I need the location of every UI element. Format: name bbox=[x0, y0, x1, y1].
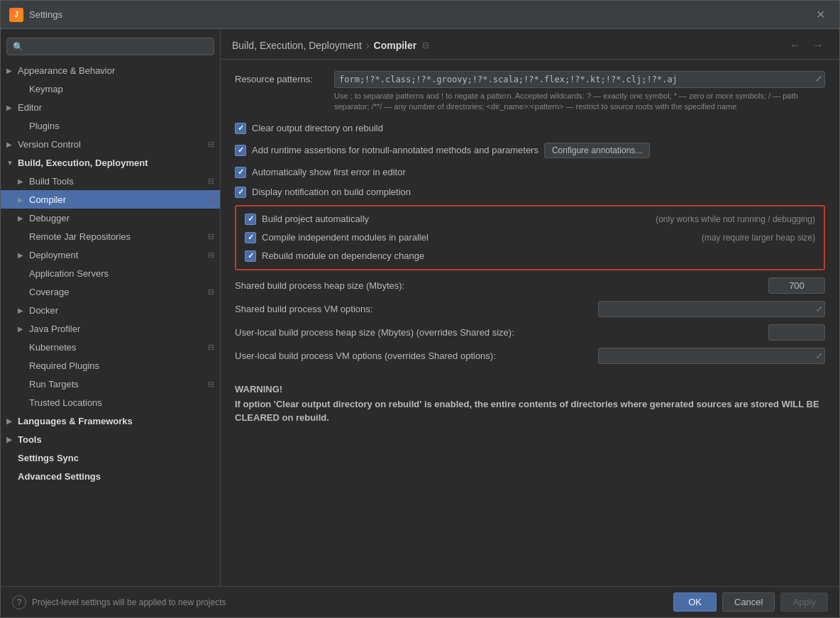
user-heap-row: User-local build process heap size (Mbyt… bbox=[235, 324, 825, 341]
expand-vm-icon[interactable]: ⤢ bbox=[816, 304, 822, 314]
sidebar-item-label: Remote Jar Repositories bbox=[29, 231, 131, 242]
sidebar-item-label: Advanced Settings bbox=[18, 471, 101, 482]
status-text: Project-level settings will be applied t… bbox=[32, 597, 226, 607]
help-button[interactable]: ? bbox=[12, 595, 26, 609]
build-auto-label: Build project automatically bbox=[262, 214, 369, 224]
chevron-down-icon: ▼ bbox=[6, 159, 13, 167]
breadcrumb: Build, Execution, Deployment › Compiler … bbox=[232, 40, 429, 51]
display-notification-row: ✓ Display notification on build completi… bbox=[235, 185, 825, 199]
sidebar-item-label: Trusted Locations bbox=[29, 397, 102, 408]
highlighted-checkboxes-group: ✓ Build project automatically (only work… bbox=[235, 205, 825, 270]
sidebar-item-languages-frameworks[interactable]: ▶ Languages & Frameworks bbox=[1, 412, 220, 430]
sidebar-item-build-exec-deploy[interactable]: ▼ Build, Execution, Deployment bbox=[1, 153, 220, 172]
sidebar-item-label: Kubernetes bbox=[29, 342, 77, 353]
shared-vm-input[interactable] bbox=[598, 301, 825, 317]
compile-parallel-checkbox[interactable]: ✓ bbox=[245, 232, 256, 243]
sidebar-item-label: Java Profiler bbox=[29, 324, 80, 334]
pin-icon: ⊟ bbox=[208, 177, 214, 186]
sidebar-item-version-control[interactable]: ▶ Version Control ⊟ bbox=[1, 135, 220, 153]
sidebar-item-advanced-settings[interactable]: Advanced Settings bbox=[1, 467, 220, 485]
sidebar-item-run-targets[interactable]: Run Targets ⊟ bbox=[1, 375, 220, 393]
warning-box: WARNING! If option 'Clear output directo… bbox=[235, 378, 825, 431]
search-input[interactable] bbox=[28, 41, 208, 52]
sidebar-item-label: Application Servers bbox=[29, 268, 109, 279]
user-vm-label: User-local build process VM options (ove… bbox=[235, 351, 598, 361]
resource-patterns-row: Resource patterns: ⤢ bbox=[235, 71, 825, 88]
main-content: Resource patterns: ⤢ Use ; to separate p… bbox=[221, 60, 839, 586]
sidebar-item-build-tools[interactable]: ▶ Build Tools ⊟ bbox=[1, 172, 220, 190]
display-notification-checkbox[interactable]: ✓ bbox=[235, 187, 246, 198]
configure-annotations-button[interactable]: Configure annotations... bbox=[544, 143, 650, 158]
sidebar-item-debugger[interactable]: ▶ Debugger bbox=[1, 209, 220, 227]
sidebar-item-coverage[interactable]: Coverage ⊟ bbox=[1, 282, 220, 301]
sidebar-item-label: Keymap bbox=[29, 84, 63, 94]
nav-back-button[interactable]: ← bbox=[785, 38, 805, 53]
auto-show-error-row: ✓ Automatically show first error in edit… bbox=[235, 165, 825, 180]
sidebar-item-required-plugins[interactable]: Required Plugins bbox=[1, 356, 220, 375]
sidebar-item-label: Docker bbox=[29, 305, 58, 316]
pin-button[interactable]: ⊟ bbox=[422, 40, 429, 50]
cancel-button[interactable]: Cancel bbox=[722, 592, 775, 612]
sidebar-item-appearance[interactable]: ▶ Appearance & Behavior bbox=[1, 61, 220, 79]
sidebar-item-remote-jar[interactable]: Remote Jar Repositories ⊟ bbox=[1, 227, 220, 245]
nav-forward-button[interactable]: → bbox=[808, 38, 828, 53]
clear-output-row: ✓ Clear output directory on rebuild bbox=[235, 121, 825, 136]
sidebar-item-label: Appearance & Behavior bbox=[18, 65, 115, 76]
shared-heap-input[interactable] bbox=[768, 277, 825, 294]
chevron-right-icon: ▶ bbox=[6, 67, 13, 75]
sidebar-item-compiler[interactable]: ▶ Compiler ⊟ bbox=[1, 190, 220, 209]
user-vm-input[interactable] bbox=[598, 348, 825, 364]
resource-patterns-input-wrap: ⤢ bbox=[334, 71, 825, 88]
sidebar-item-label: Plugins bbox=[29, 121, 60, 131]
sidebar-item-tools[interactable]: ▶ Tools bbox=[1, 430, 220, 448]
resource-patterns-input[interactable] bbox=[334, 71, 825, 88]
sidebar-item-label: Run Targets bbox=[29, 379, 79, 390]
sidebar-item-label: Editor bbox=[18, 102, 42, 113]
sidebar-item-java-profiler[interactable]: ▶ Java Profiler bbox=[1, 319, 220, 338]
add-runtime-checkbox[interactable]: ✓ bbox=[235, 145, 246, 156]
sidebar-item-label: Debugger bbox=[29, 213, 70, 224]
expand-user-vm-icon[interactable]: ⤢ bbox=[816, 351, 822, 360]
expand-icon[interactable]: ⤢ bbox=[815, 74, 822, 84]
sidebar-item-label: Version Control bbox=[18, 139, 81, 150]
sidebar-item-kubernetes[interactable]: Kubernetes ⊟ bbox=[1, 338, 220, 356]
chevron-right-icon: ▶ bbox=[6, 436, 13, 443]
sidebar-item-trusted-locations[interactable]: Trusted Locations bbox=[1, 393, 220, 412]
apply-button[interactable]: Apply bbox=[780, 592, 828, 612]
breadcrumb-separator: › bbox=[366, 40, 370, 51]
breadcrumb-current: Compiler bbox=[374, 40, 417, 51]
sidebar-item-docker[interactable]: ▶ Docker bbox=[1, 301, 220, 319]
compile-parallel-row: ✓ Compile independent modules in paralle… bbox=[245, 231, 815, 245]
build-auto-note: (only works while not running / debuggin… bbox=[641, 214, 815, 224]
auto-show-error-checkbox[interactable]: ✓ bbox=[235, 167, 246, 178]
search-icon: 🔍 bbox=[13, 42, 23, 52]
chevron-right-icon: ▶ bbox=[18, 325, 25, 333]
clear-output-checkbox[interactable]: ✓ bbox=[235, 123, 246, 134]
sidebar-item-label: Build, Execution, Deployment bbox=[18, 158, 148, 168]
ok-button[interactable]: OK bbox=[673, 592, 717, 612]
sidebar-item-keymap[interactable]: Keymap bbox=[1, 79, 220, 98]
sidebar-item-label: Settings Sync bbox=[18, 453, 79, 463]
shared-vm-row: Shared build process VM options: ⤢ bbox=[235, 301, 825, 317]
sidebar-item-deployment[interactable]: ▶ Deployment ⊟ bbox=[1, 245, 220, 264]
sidebar-item-label: Tools bbox=[18, 434, 42, 445]
sidebar-item-settings-sync[interactable]: Settings Sync bbox=[1, 448, 220, 467]
chevron-right-icon: ▶ bbox=[18, 251, 25, 259]
chevron-right-icon: ▶ bbox=[18, 177, 25, 185]
sidebar-item-label: Deployment bbox=[29, 250, 78, 260]
resource-patterns-hint: Use ; to separate patterns and ! to nega… bbox=[334, 91, 825, 113]
build-auto-checkbox[interactable]: ✓ bbox=[245, 214, 256, 225]
nav-arrows: ← → bbox=[785, 38, 828, 53]
sidebar-item-editor[interactable]: ▶ Editor bbox=[1, 98, 220, 116]
user-heap-input[interactable] bbox=[768, 324, 825, 341]
close-button[interactable]: ✕ bbox=[810, 5, 831, 24]
pin-icon: ⊟ bbox=[208, 287, 214, 297]
rebuild-on-change-checkbox[interactable]: ✓ bbox=[245, 250, 256, 262]
pin-icon: ⊟ bbox=[208, 380, 214, 389]
search-box[interactable]: 🔍 bbox=[6, 38, 214, 55]
breadcrumb-parent[interactable]: Build, Execution, Deployment bbox=[232, 40, 362, 51]
add-runtime-label: Add runtime assertions for notnull-annot… bbox=[252, 145, 538, 155]
sidebar-item-app-servers[interactable]: Application Servers bbox=[1, 264, 220, 282]
sidebar-item-plugins[interactable]: Plugins bbox=[1, 116, 220, 135]
chevron-right-icon: ▶ bbox=[6, 140, 13, 148]
